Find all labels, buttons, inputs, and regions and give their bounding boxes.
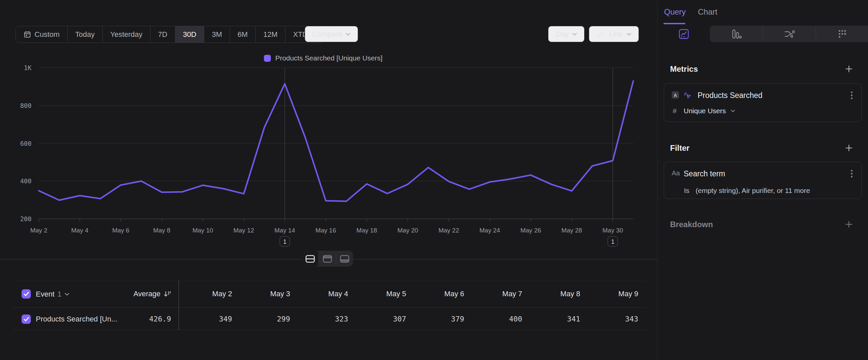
chart-only-view-button[interactable]: [319, 251, 336, 267]
compare-label: Compare: [312, 30, 342, 38]
table-header-cell[interactable]: May 2: [174, 289, 232, 298]
table-cell: 341: [522, 315, 580, 323]
add-breakdown-button[interactable]: [845, 221, 853, 228]
granularity-label: Day: [556, 30, 568, 38]
check-icon: [24, 292, 29, 296]
split-view-button[interactable]: [302, 251, 319, 267]
average-column-header[interactable]: Average: [88, 289, 171, 299]
chart-style-label: Line: [609, 30, 623, 38]
range-label: Custom: [34, 30, 60, 39]
table-header-border: [13, 307, 647, 308]
calendar-icon: [24, 31, 31, 38]
filter-property-name[interactable]: Search term: [684, 169, 725, 178]
svg-text:May 22: May 22: [438, 227, 459, 234]
svg-text:1: 1: [611, 238, 615, 245]
table-header-cell[interactable]: May 4: [290, 289, 348, 298]
chevron-down-icon: [65, 293, 69, 296]
range-label: Today: [75, 30, 95, 39]
main-area: CustomTodayYesterday7D30D3M6M12MXTD Comp…: [0, 0, 657, 360]
average-header-label: Average: [133, 289, 160, 298]
granularity-button[interactable]: Day: [548, 26, 585, 42]
table-only-view-icon: [340, 254, 350, 264]
range-label: 12M: [263, 30, 278, 39]
filter-values-summary[interactable]: (empty string), Air purifier, or 11 more: [695, 187, 810, 195]
kebab-menu-icon[interactable]: [851, 91, 853, 99]
svg-text:May 20: May 20: [398, 227, 418, 234]
range-today[interactable]: Today: [67, 26, 102, 43]
table-cell: 400: [464, 315, 522, 323]
funnels-bars-icon: [732, 29, 742, 39]
svg-text:400: 400: [20, 177, 31, 185]
range-label: 7D: [158, 30, 167, 39]
split-view-icon: [305, 254, 315, 264]
add-filter-button[interactable]: [845, 144, 853, 152]
event-header-label: Event: [36, 290, 54, 299]
table-cell: 323: [290, 315, 348, 323]
divider: [763, 27, 763, 41]
filter-card[interactable]: Aa Search term Is (empty string), Air pu…: [664, 162, 862, 199]
range-3m[interactable]: 3M: [204, 26, 230, 43]
compare-button[interactable]: Compare: [305, 26, 358, 42]
layout-toggle-group: [302, 251, 353, 267]
range-7d[interactable]: 7D: [150, 26, 175, 43]
line-chart[interactable]: 1K800600400200May 2May 4May 6May 8May 10…: [0, 65, 647, 251]
add-metric-button[interactable]: [845, 65, 853, 73]
event-column-header[interactable]: Event 1: [36, 289, 69, 299]
event-icon: [683, 91, 692, 99]
report-tab-funnels-bars[interactable]: [710, 26, 763, 42]
svg-text:May 8: May 8: [153, 227, 170, 234]
metric-event-name[interactable]: Products Searched: [698, 91, 763, 100]
check-icon: [24, 317, 29, 322]
table-top-border: [13, 281, 647, 281]
tab-chart[interactable]: Chart: [698, 7, 717, 17]
range-custom[interactable]: Custom: [16, 26, 67, 43]
divider: [816, 27, 816, 41]
svg-text:1: 1: [283, 238, 287, 245]
tab-query[interactable]: Query: [664, 7, 686, 17]
svg-text:800: 800: [20, 102, 31, 109]
range-6m[interactable]: 6M: [230, 26, 256, 43]
svg-text:May 12: May 12: [234, 227, 254, 234]
report-tab-insights-line-chart[interactable]: [657, 26, 710, 42]
date-range-group: CustomTodayYesterday7D30D3M6M12MXTD: [16, 26, 323, 43]
event-count: 1: [57, 290, 61, 299]
metrics-section-header: Metrics: [670, 64, 698, 74]
range-label: 30D: [183, 30, 196, 39]
svg-text:May 28: May 28: [561, 227, 582, 234]
property-type-label: Aa: [672, 169, 680, 177]
filter-operator[interactable]: Is: [684, 187, 689, 195]
table-header-cell[interactable]: May 9: [580, 289, 638, 298]
table-header-cell[interactable]: May 7: [464, 289, 522, 298]
table-cell: 349: [174, 315, 232, 323]
svg-text:600: 600: [20, 140, 31, 147]
average-value-cell: 426.9: [105, 315, 171, 323]
range-label: Yesterday: [111, 30, 143, 39]
chart-legend[interactable]: Products Searched [Unique Users]: [0, 54, 647, 62]
select-all-checkbox[interactable]: [22, 289, 31, 299]
table-header-cell[interactable]: May 3: [232, 289, 290, 298]
range-12m[interactable]: 12M: [255, 26, 285, 43]
range-30d[interactable]: 30D: [175, 26, 204, 43]
breakdown-section-header: Breakdown: [670, 220, 713, 229]
table-header-cell[interactable]: May 6: [406, 289, 464, 298]
kebab-menu-icon[interactable]: [851, 170, 853, 178]
retention-grid-icon: [837, 29, 847, 39]
chevron-down-icon: [572, 33, 577, 35]
svg-text:May 10: May 10: [192, 227, 213, 234]
row-checkbox[interactable]: [22, 314, 31, 324]
range-label: 6M: [238, 30, 248, 39]
svg-text:May 4: May 4: [71, 227, 89, 234]
table-header-cell[interactable]: May 8: [522, 289, 580, 298]
range-yesterday[interactable]: Yesterday: [102, 26, 150, 43]
aggregation-selector[interactable]: Unique Users: [684, 107, 726, 115]
report-tab-retention-grid[interactable]: [816, 26, 868, 42]
svg-text:May 24: May 24: [479, 227, 500, 234]
chart-only-view-icon: [322, 254, 333, 264]
table-only-view-button[interactable]: [336, 251, 353, 267]
line-chart-icon: [596, 30, 606, 38]
chart-style-button[interactable]: Line: [589, 26, 639, 42]
report-tab-flows[interactable]: [763, 26, 816, 42]
metric-card[interactable]: A Products Searched # Unique Users: [664, 83, 862, 122]
svg-text:May 16: May 16: [315, 227, 336, 234]
table-header-cell[interactable]: May 5: [348, 289, 406, 298]
